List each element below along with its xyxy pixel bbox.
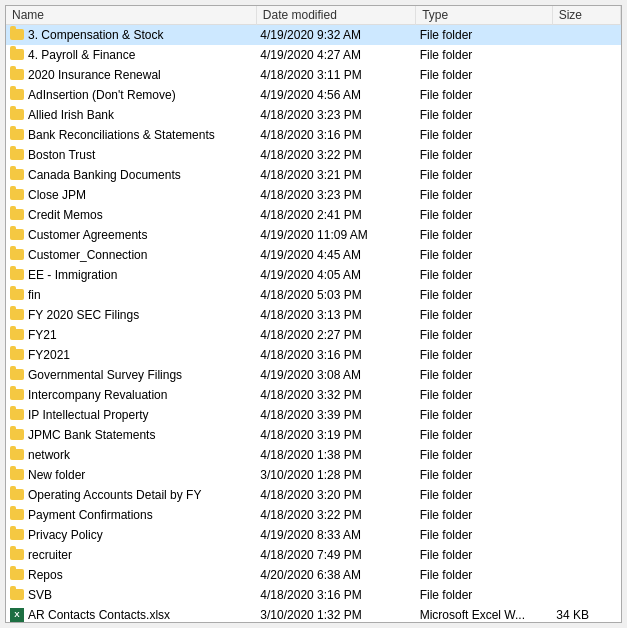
file-name-label: FY 2020 SEC Filings	[28, 308, 139, 322]
file-type-cell: File folder	[416, 285, 553, 305]
table-row[interactable]: 2020 Insurance Renewal4/18/2020 3:11 PMF…	[6, 65, 621, 85]
table-row[interactable]: Repos4/20/2020 6:38 AMFile folder	[6, 565, 621, 585]
file-date-cell: 4/18/2020 3:21 PM	[256, 165, 415, 185]
file-date-cell: 4/19/2020 4:27 AM	[256, 45, 415, 65]
table-row[interactable]: Customer_Connection4/19/2020 4:45 AMFile…	[6, 245, 621, 265]
column-header-date[interactable]: Date modified	[256, 6, 415, 25]
file-name-label: Privacy Policy	[28, 528, 103, 542]
table-row[interactable]: FY20214/18/2020 3:16 PMFile folder	[6, 345, 621, 365]
table-row[interactable]: network4/18/2020 1:38 PMFile folder	[6, 445, 621, 465]
file-size-cell	[552, 265, 620, 285]
file-date-cell: 4/18/2020 3:20 PM	[256, 485, 415, 505]
file-size-cell	[552, 565, 620, 585]
table-row[interactable]: recruiter4/18/2020 7:49 PMFile folder	[6, 545, 621, 565]
table-row[interactable]: New folder3/10/2020 1:28 PMFile folder	[6, 465, 621, 485]
column-header-size[interactable]: Size	[552, 6, 620, 25]
folder-icon	[10, 409, 24, 420]
folder-icon	[10, 89, 24, 100]
table-row[interactable]: XAR Contacts Contacts.xlsx3/10/2020 1:32…	[6, 605, 621, 623]
file-type-cell: File folder	[416, 125, 553, 145]
column-header-type[interactable]: Type	[416, 6, 553, 25]
folder-icon	[10, 529, 24, 540]
table-row[interactable]: IP Intellectual Property4/18/2020 3:39 P…	[6, 405, 621, 425]
table-row[interactable]: Intercompany Revaluation4/18/2020 3:32 P…	[6, 385, 621, 405]
folder-icon	[10, 569, 24, 580]
file-size-cell	[552, 425, 620, 445]
file-type-cell: File folder	[416, 305, 553, 325]
table-row[interactable]: FY 2020 SEC Filings4/18/2020 3:13 PMFile…	[6, 305, 621, 325]
file-size-cell	[552, 285, 620, 305]
folder-icon	[10, 249, 24, 260]
folder-icon	[10, 389, 24, 400]
table-row[interactable]: Bank Reconciliations & Statements4/18/20…	[6, 125, 621, 145]
table-row[interactable]: 3. Compensation & Stock4/19/2020 9:32 AM…	[6, 25, 621, 45]
file-size-cell	[552, 245, 620, 265]
file-size-cell	[552, 325, 620, 345]
file-type-cell: File folder	[416, 405, 553, 425]
file-date-cell: 4/19/2020 11:09 AM	[256, 225, 415, 245]
file-size-cell	[552, 25, 620, 45]
table-row[interactable]: AdInsertion (Don't Remove)4/19/2020 4:56…	[6, 85, 621, 105]
file-type-cell: File folder	[416, 585, 553, 605]
file-name-label: Operating Accounts Detail by FY	[28, 488, 201, 502]
folder-icon	[10, 169, 24, 180]
table-row[interactable]: Allied Irish Bank4/18/2020 3:23 PMFile f…	[6, 105, 621, 125]
file-name-cell: Close JPM	[6, 185, 256, 205]
file-name-label: Bank Reconciliations & Statements	[28, 128, 215, 142]
table-row[interactable]: Close JPM4/18/2020 3:23 PMFile folder	[6, 185, 621, 205]
folder-icon	[10, 469, 24, 480]
file-name-cell: IP Intellectual Property	[6, 405, 256, 425]
file-name-label: recruiter	[28, 548, 72, 562]
folder-icon	[10, 509, 24, 520]
folder-icon	[10, 309, 24, 320]
file-type-cell: File folder	[416, 565, 553, 585]
column-header-name[interactable]: Name	[6, 6, 256, 25]
table-row[interactable]: Payment Confirmations4/18/2020 3:22 PMFi…	[6, 505, 621, 525]
file-name-cell: XAR Contacts Contacts.xlsx	[6, 605, 256, 623]
file-name-cell: Boston Trust	[6, 145, 256, 165]
file-table: Name Date modified Type Size 3. Compensa…	[6, 6, 621, 622]
file-date-cell: 4/18/2020 3:16 PM	[256, 125, 415, 145]
file-size-cell	[552, 205, 620, 225]
file-name-label: Boston Trust	[28, 148, 95, 162]
table-row[interactable]: Customer Agreements4/19/2020 11:09 AMFil…	[6, 225, 621, 245]
file-date-cell: 4/18/2020 3:23 PM	[256, 105, 415, 125]
file-type-cell: File folder	[416, 265, 553, 285]
table-row[interactable]: 4. Payroll & Finance4/19/2020 4:27 AMFil…	[6, 45, 621, 65]
file-date-cell: 4/19/2020 4:45 AM	[256, 245, 415, 265]
file-name-label: Repos	[28, 568, 63, 582]
file-size-cell	[552, 145, 620, 165]
table-row[interactable]: Privacy Policy4/19/2020 8:33 AMFile fold…	[6, 525, 621, 545]
file-type-cell: File folder	[416, 185, 553, 205]
file-name-cell: fin	[6, 285, 256, 305]
file-size-cell	[552, 65, 620, 85]
file-size-cell	[552, 185, 620, 205]
file-type-cell: File folder	[416, 25, 553, 45]
table-row[interactable]: fin4/18/2020 5:03 PMFile folder	[6, 285, 621, 305]
file-date-cell: 4/20/2020 6:38 AM	[256, 565, 415, 585]
file-date-cell: 4/18/2020 3:22 PM	[256, 505, 415, 525]
file-size-cell	[552, 365, 620, 385]
file-name-label: Credit Memos	[28, 208, 103, 222]
table-row[interactable]: JPMC Bank Statements4/18/2020 3:19 PMFil…	[6, 425, 621, 445]
folder-icon	[10, 329, 24, 340]
table-row[interactable]: Canada Banking Documents4/18/2020 3:21 P…	[6, 165, 621, 185]
table-row[interactable]: Credit Memos4/18/2020 2:41 PMFile folder	[6, 205, 621, 225]
file-list-container[interactable]: Name Date modified Type Size 3. Compensa…	[6, 6, 621, 622]
table-row[interactable]: Operating Accounts Detail by FY4/18/2020…	[6, 485, 621, 505]
file-date-cell: 4/18/2020 3:19 PM	[256, 425, 415, 445]
file-type-cell: File folder	[416, 525, 553, 545]
folder-icon	[10, 269, 24, 280]
file-date-cell: 4/19/2020 8:33 AM	[256, 525, 415, 545]
table-row[interactable]: Governmental Survey Filings4/19/2020 3:0…	[6, 365, 621, 385]
table-row[interactable]: FY214/18/2020 2:27 PMFile folder	[6, 325, 621, 345]
table-row[interactable]: EE - Immigration4/19/2020 4:05 AMFile fo…	[6, 265, 621, 285]
file-size-cell	[552, 485, 620, 505]
file-type-cell: File folder	[416, 65, 553, 85]
table-row[interactable]: Boston Trust4/18/2020 3:22 PMFile folder	[6, 145, 621, 165]
table-row[interactable]: SVB4/18/2020 3:16 PMFile folder	[6, 585, 621, 605]
file-type-cell: File folder	[416, 85, 553, 105]
file-name-cell: Bank Reconciliations & Statements	[6, 125, 256, 145]
file-name-label: FY21	[28, 328, 57, 342]
file-name-cell: 3. Compensation & Stock	[6, 25, 256, 45]
